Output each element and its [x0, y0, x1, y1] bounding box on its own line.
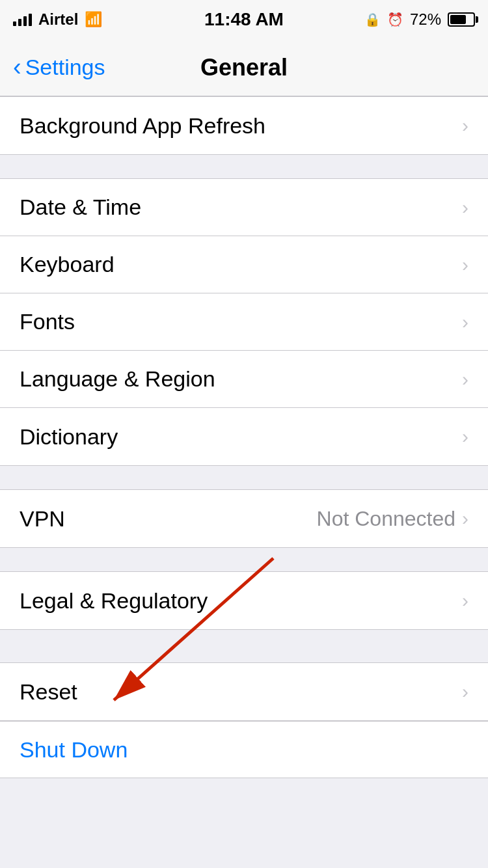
language-region-right: ›: [462, 370, 468, 389]
spacer-3: [0, 548, 488, 571]
list-item-reset[interactable]: Reset ›: [0, 663, 488, 720]
group-background: Background App Refresh ›: [0, 96, 488, 155]
spacer-2: [0, 466, 488, 489]
dictionary-label: Dictionary: [20, 424, 118, 450]
language-region-label: Language & Region: [20, 366, 215, 392]
chevron-right-icon: ›: [462, 255, 468, 275]
chevron-right-icon: ›: [462, 116, 468, 135]
keyboard-right: ›: [462, 255, 468, 275]
nav-bar: ‹ Settings General: [0, 39, 488, 96]
shut-down-row[interactable]: Shut Down: [0, 721, 488, 778]
reset-right: ›: [462, 682, 468, 701]
legal-regulatory-right: ›: [462, 591, 468, 610]
lock-icon: 🔒: [364, 12, 381, 27]
group-legal: Legal & Regulatory ›: [0, 571, 488, 630]
group-vpn: VPN Not Connected ›: [0, 489, 488, 548]
vpn-label: VPN: [20, 506, 65, 532]
group-reset: Reset ›: [0, 662, 488, 721]
status-right: 🔒 ⏰ 72%: [364, 10, 475, 29]
chevron-right-icon: ›: [462, 427, 468, 446]
chevron-right-icon: ›: [462, 682, 468, 701]
list-item-fonts[interactable]: Fonts ›: [0, 293, 488, 351]
chevron-right-icon: ›: [462, 591, 468, 610]
list-item-vpn[interactable]: VPN Not Connected ›: [0, 490, 488, 547]
annotation-arrow: [0, 630, 488, 662]
status-left: Airtel 📶: [13, 10, 102, 29]
back-chevron-icon: ‹: [13, 55, 21, 79]
wifi-icon: 📶: [85, 11, 102, 28]
status-time: 11:48 AM: [204, 9, 284, 30]
reset-label: Reset: [20, 679, 77, 705]
vpn-right: Not Connected ›: [317, 507, 468, 531]
fonts-right: ›: [462, 312, 468, 332]
alarm-icon: ⏰: [387, 12, 403, 27]
spacer-4: [0, 630, 488, 662]
background-app-refresh-label: Background App Refresh: [20, 113, 265, 139]
spacer-1: [0, 155, 488, 178]
page-title: General: [200, 54, 288, 81]
vpn-status-value: Not Connected: [317, 507, 455, 531]
back-label: Settings: [25, 55, 105, 80]
background-app-refresh-right: ›: [462, 116, 468, 135]
battery-icon: [448, 12, 475, 27]
list-item-date-time[interactable]: Date & Time ›: [0, 179, 488, 236]
keyboard-label: Keyboard: [20, 252, 115, 277]
shut-down-label[interactable]: Shut Down: [20, 737, 128, 763]
list-item-keyboard[interactable]: Keyboard ›: [0, 236, 488, 293]
group-reset-container: Reset ›: [0, 662, 488, 721]
date-time-label: Date & Time: [20, 195, 141, 220]
carrier-label: Airtel: [38, 10, 78, 29]
group-datetime-etc: Date & Time › Keyboard › Fonts › Languag…: [0, 178, 488, 466]
legal-regulatory-label: Legal & Regulatory: [20, 588, 208, 614]
list-item-language-region[interactable]: Language & Region ›: [0, 351, 488, 408]
list-item-background-app-refresh[interactable]: Background App Refresh ›: [0, 97, 488, 154]
spacer-bottom: [0, 778, 488, 817]
battery-fill: [450, 15, 466, 24]
signal-bars-icon: [13, 13, 32, 26]
settings-content: Background App Refresh › Date & Time › K…: [0, 96, 488, 817]
fonts-label: Fonts: [20, 309, 75, 334]
dictionary-right: ›: [462, 427, 468, 446]
battery-percent-label: 72%: [410, 10, 441, 29]
list-item-dictionary[interactable]: Dictionary ›: [0, 408, 488, 465]
chevron-right-icon: ›: [462, 370, 468, 389]
date-time-right: ›: [462, 198, 468, 217]
list-item-legal-regulatory[interactable]: Legal & Regulatory ›: [0, 572, 488, 629]
chevron-right-icon: ›: [462, 198, 468, 217]
chevron-right-icon: ›: [462, 509, 468, 528]
back-button[interactable]: ‹ Settings: [13, 55, 105, 80]
status-bar: Airtel 📶 11:48 AM 🔒 ⏰ 72%: [0, 0, 488, 39]
chevron-right-icon: ›: [462, 312, 468, 332]
